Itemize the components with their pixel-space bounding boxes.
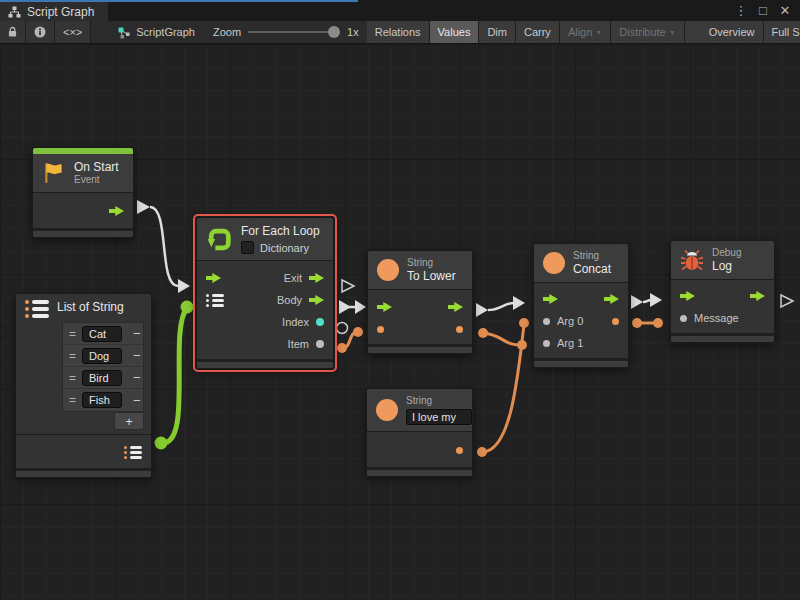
wire-dot — [519, 318, 529, 328]
drag-handle-icon[interactable]: = — [69, 349, 76, 363]
node-header: On Start Event — [33, 154, 133, 192]
lock-icon — [8, 26, 17, 38]
zoom-slider[interactable] — [248, 26, 340, 38]
wire-start-triangle — [476, 303, 488, 317]
port-label-body: Body — [277, 294, 302, 306]
flow-output-port[interactable] — [109, 206, 124, 217]
node-debug-log[interactable]: Debug Log Message — [670, 240, 775, 343]
node-list-of-string[interactable]: List of String = Cat − = Dog − = Bird − — [15, 293, 152, 478]
wire-start-triangle — [137, 200, 150, 214]
wire-end-triangle — [650, 293, 662, 307]
value-input-port[interactable] — [377, 326, 384, 333]
remove-item-button[interactable]: − — [128, 393, 146, 408]
remove-item-button[interactable]: − — [128, 370, 146, 385]
wire-dot — [353, 327, 363, 337]
graph-name-chip[interactable]: ScriptGraph — [107, 21, 205, 43]
flow-input-port[interactable] — [543, 294, 558, 305]
wire-onstart-foreach — [150, 207, 178, 286]
flow-output-port[interactable] — [604, 294, 619, 305]
port-label-arg1: Arg 1 — [557, 337, 583, 349]
flow-output-port[interactable] — [750, 291, 765, 302]
node-footer — [368, 344, 472, 353]
node-footer — [197, 359, 333, 368]
string-type-icon — [376, 399, 398, 421]
node-footer — [534, 358, 628, 367]
drag-handle-icon[interactable]: = — [69, 393, 76, 407]
chevron-down-icon: ▼ — [595, 29, 602, 36]
result-output-port[interactable] — [612, 318, 619, 325]
lock-button[interactable] — [0, 21, 26, 43]
message-input-port[interactable] — [680, 315, 687, 322]
code-view-button[interactable]: <×> — [55, 21, 91, 43]
list-input-port[interactable] — [206, 294, 224, 307]
tab-label: Script Graph — [27, 5, 94, 19]
node-string-literal[interactable]: String I love my — [366, 388, 473, 477]
node-string-to-lower[interactable]: String To Lower — [367, 250, 473, 354]
port-label-message: Message — [694, 312, 739, 324]
align-dropdown[interactable]: Align ▼ — [560, 21, 611, 43]
tab-script-graph[interactable]: Script Graph — [0, 2, 108, 21]
zoom-slider-handle[interactable] — [328, 26, 340, 38]
wire-end-triangle — [513, 296, 525, 310]
info-button[interactable] — [26, 21, 55, 43]
node-on-start[interactable]: On Start Event — [32, 147, 134, 238]
body-output-port[interactable] — [309, 295, 324, 306]
node-type-label: Debug — [712, 247, 741, 259]
values-label: Values — [438, 26, 471, 38]
chevron-down-icon: ▼ — [669, 29, 676, 36]
port-label-index: Index — [282, 316, 309, 328]
string-type-icon — [377, 259, 399, 281]
carry-button[interactable]: Carry — [516, 21, 560, 43]
list-item-value[interactable]: Cat — [82, 326, 122, 342]
flow-input-port[interactable] — [377, 302, 392, 313]
wire-item-tolower — [342, 332, 358, 348]
node-footer — [16, 468, 151, 477]
overview-button[interactable]: Overview — [701, 21, 764, 43]
value-output-port[interactable] — [456, 447, 463, 454]
distribute-label: Distribute — [619, 26, 665, 38]
arg1-input-port[interactable] — [543, 340, 550, 347]
tab-bar: Script Graph ⋮ □ ✕ — [0, 0, 800, 21]
graph-canvas[interactable]: On Start Event List of String — [0, 44, 800, 600]
flow-input-port[interactable] — [206, 273, 221, 284]
list-item-row: = Bird − — [63, 367, 143, 389]
index-output-port[interactable] — [316, 318, 324, 326]
loop-icon — [206, 226, 233, 253]
node-string-concat[interactable]: String Concat Arg 0 Arg 1 — [533, 243, 629, 368]
dim-button[interactable]: Dim — [479, 21, 516, 43]
close-icon[interactable]: ✕ — [776, 3, 794, 18]
result-output-port[interactable] — [456, 326, 463, 333]
flow-input-port[interactable] — [680, 291, 695, 302]
dictionary-checkbox[interactable] — [241, 241, 254, 254]
list-item-value[interactable]: Dog — [82, 348, 122, 364]
bug-icon — [680, 249, 704, 272]
wire-dot — [337, 343, 347, 353]
add-item-button[interactable]: + — [114, 412, 144, 430]
drag-handle-icon[interactable]: = — [69, 371, 76, 385]
distribute-dropdown[interactable]: Distribute ▼ — [611, 21, 684, 43]
wire-tolower-concat — [488, 303, 514, 310]
arg0-input-port[interactable] — [543, 318, 550, 325]
node-for-each-loop[interactable]: For Each Loop Dictionary Exit — [196, 217, 334, 369]
wire-start-triangle — [631, 295, 643, 309]
fullscreen-button[interactable]: Full Screen — [764, 21, 800, 43]
remove-item-button[interactable]: − — [128, 348, 146, 363]
exit-output-port[interactable] — [309, 273, 324, 284]
maximize-icon[interactable]: □ — [754, 3, 772, 18]
relations-button[interactable]: Relations — [367, 21, 430, 43]
menu-icon[interactable]: ⋮ — [732, 3, 750, 18]
wire-dot — [477, 447, 487, 457]
string-value-input[interactable]: I love my — [406, 409, 472, 425]
align-label: Align — [568, 26, 592, 38]
list-item-value[interactable]: Bird — [82, 370, 122, 386]
list-output-port[interactable] — [124, 446, 142, 459]
flow-output-port[interactable] — [448, 302, 463, 313]
fullscreen-label: Full Screen — [772, 26, 800, 38]
values-button[interactable]: Values — [430, 21, 480, 43]
item-output-port[interactable] — [316, 340, 324, 348]
drag-handle-icon[interactable]: = — [69, 327, 76, 341]
remove-item-button[interactable]: − — [128, 326, 146, 341]
list-item-row: = Cat − — [63, 323, 143, 345]
node-footer — [671, 333, 774, 342]
list-item-value[interactable]: Fish — [82, 392, 122, 408]
